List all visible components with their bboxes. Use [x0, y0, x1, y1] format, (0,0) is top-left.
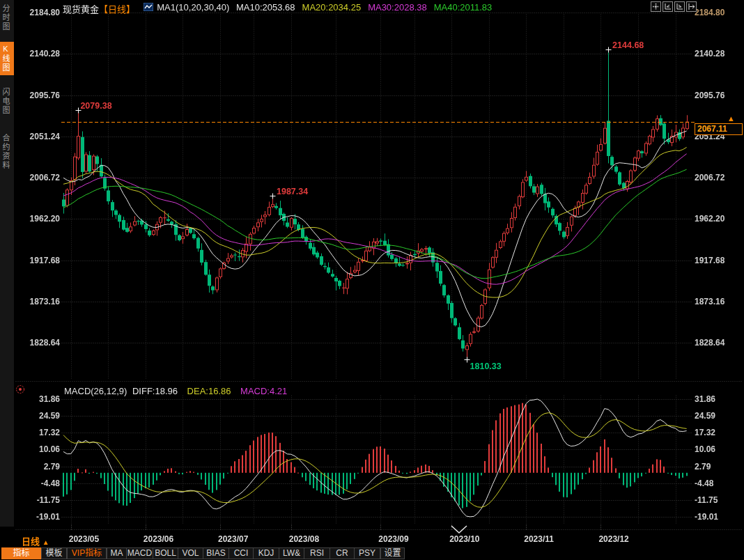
macd-diff-value: DIFF:18.96: [132, 386, 178, 396]
macd-axis-label-right: -11.75: [695, 495, 718, 505]
price-axis-label-right: 1917.68: [695, 256, 724, 265]
macd-axis-label-right: 24.59: [695, 411, 715, 421]
line-chart-icon: [144, 3, 153, 13]
x-axis-month-label: 2023/05: [69, 534, 99, 544]
toolbar-button-VOL[interactable]: VOL: [178, 547, 203, 559]
toolbar-button-指标[interactable]: 指标: [1, 547, 41, 559]
toolbar-button-BOLL[interactable]: BOLL: [153, 547, 178, 559]
sidebar-tab-4[interactable]: 合约资料: [0, 134, 14, 170]
price-axis-label-left: 2184.80: [25, 8, 60, 17]
sidebar-tab-2[interactable]: K线图: [0, 42, 14, 75]
left-tab-sidebar: 分时图K线图闪电图合约资料: [0, 0, 14, 527]
macd-axis-label-left: 17.32: [25, 428, 60, 437]
toolbar-button-设置[interactable]: 设置: [380, 547, 405, 559]
price-axis-label-right: 2095.76: [695, 91, 724, 100]
macd-axis-label-right: 31.86: [695, 394, 715, 404]
macd-axis-label-right: 2.79: [695, 462, 711, 472]
toolbar-button-CR[interactable]: CR: [330, 547, 355, 559]
price-axis-label-left: 2051.24: [25, 132, 60, 141]
kline-chart-canvas[interactable]: [0, 0, 744, 560]
macd-dea-value: DEA:16.86: [187, 386, 231, 396]
period-tag[interactable]: 【日线】: [99, 4, 135, 15]
price-axis-label-left: 2095.76: [25, 91, 60, 100]
toolbar-button-VIP指标[interactable]: VIP指标: [67, 547, 107, 559]
sidebar-tab-1[interactable]: 分时图: [0, 4, 14, 31]
x-axis-month-label: 2023/12: [598, 534, 628, 544]
macd-axis-label-right: -4.48: [695, 479, 713, 488]
price-axis-label-right: 2184.80: [695, 8, 724, 17]
x-axis-month-label: 2023/06: [144, 534, 173, 544]
price-axis-label-right: 1962.20: [695, 214, 724, 224]
last-price-box: 2067.11: [695, 123, 743, 135]
ma-group-label: MA1(10,20,30,40): [157, 2, 229, 13]
toolbar-button-RSI[interactable]: RSI: [304, 547, 330, 559]
price-annotation: 1810.33: [470, 361, 502, 371]
zoom-in-axis-icon[interactable]: [674, 1, 685, 12]
last-price-arrow-icon: ▲: [727, 114, 735, 123]
macd-axis-label-left: -11.75: [25, 495, 60, 505]
price-axis-label-left: 1873.16: [25, 297, 60, 306]
chart-header: 现货黄金【日线】 MA1(10,20,30,40) MA10:2053.68MA…: [63, 2, 492, 13]
macd-axis-label-left: 2.79: [25, 462, 60, 472]
macd-axis-label-right: -19.01: [695, 512, 718, 522]
x-axis-month-label: 2023/09: [378, 534, 408, 544]
toolbar-button-LW&[interactable]: LW&: [279, 547, 304, 559]
toolbar-button-BIAS[interactable]: BIAS: [203, 547, 229, 559]
macd-axis-label-right: 10.06: [695, 444, 715, 454]
price-axis-label-left: 2140.28: [25, 49, 60, 59]
macd-axis-label-left: 24.59: [25, 411, 60, 421]
period-indicator: 日线 ▲: [22, 534, 49, 547]
sidebar-tab-3[interactable]: 闪电图: [0, 88, 14, 115]
move-icon[interactable]: [651, 1, 661, 12]
macd-axis-label-left: 10.06: [25, 444, 60, 454]
price-axis-label-right: 2006.72: [695, 173, 724, 182]
pan-right-icon[interactable]: [686, 1, 697, 12]
price-annotation: 2144.68: [612, 40, 644, 50]
toolbar-button-模板[interactable]: 模板: [41, 547, 67, 559]
symbol-title: 现货黄金: [63, 4, 99, 15]
toolbar-button-CCI[interactable]: CCI: [228, 547, 254, 559]
price-axis-label-left: 1828.64: [25, 338, 60, 348]
x-axis-month-label: 2023/11: [524, 534, 554, 544]
ma-label-4: MA40:2011.83: [434, 2, 493, 13]
macd-axis-label-left: -4.48: [25, 479, 60, 488]
chevron-down-marker[interactable]: [450, 524, 468, 537]
price-axis-label-left: 2006.72: [25, 173, 60, 182]
price-annotation: 2079.38: [80, 101, 111, 111]
toolbar-button-MACD[interactable]: MACD: [126, 547, 153, 559]
macd-axis-label-right: 17.32: [695, 428, 715, 437]
zoom-out-axis-icon[interactable]: [662, 1, 673, 12]
price-axis-label-right: 1873.16: [695, 297, 724, 306]
price-annotation: 1987.34: [277, 187, 308, 196]
macd-axis-label-left: 31.86: [25, 394, 60, 404]
macd-title: MACD(26,12,9): [64, 386, 127, 396]
toolbar-button-MA[interactable]: MA: [107, 547, 127, 559]
macd-axis-label-left: -19.01: [25, 512, 60, 522]
ma-label-1: MA10:2053.68: [236, 2, 295, 13]
ma-label-3: MA30:2028.38: [368, 2, 427, 13]
x-axis-month-label: 2023/07: [218, 534, 248, 544]
x-axis-month-label: 2023/08: [289, 534, 319, 544]
macd-macd-value: MACD:4.21: [240, 386, 287, 396]
toolbar-button-PSY[interactable]: PSY: [354, 547, 380, 559]
period-label[interactable]: 日线: [22, 536, 40, 547]
macd-header: MACD(26,12,9) DIFF:18.96 DEA:16.86 MACD:…: [64, 386, 287, 396]
price-axis-label-right: 2140.28: [695, 49, 724, 59]
period-up-arrow[interactable]: ▲: [42, 538, 49, 546]
price-axis-label-left: 1962.20: [25, 214, 60, 224]
toolbar-button-KDJ[interactable]: KDJ: [253, 547, 279, 559]
macd-panel-icon[interactable]: [15, 384, 25, 397]
window-control-icons: [651, 1, 697, 12]
price-axis-label-right: 1828.64: [695, 338, 724, 348]
price-axis-label-left: 1917.68: [25, 256, 60, 265]
ma-label-2: MA20:2034.25: [302, 2, 362, 13]
